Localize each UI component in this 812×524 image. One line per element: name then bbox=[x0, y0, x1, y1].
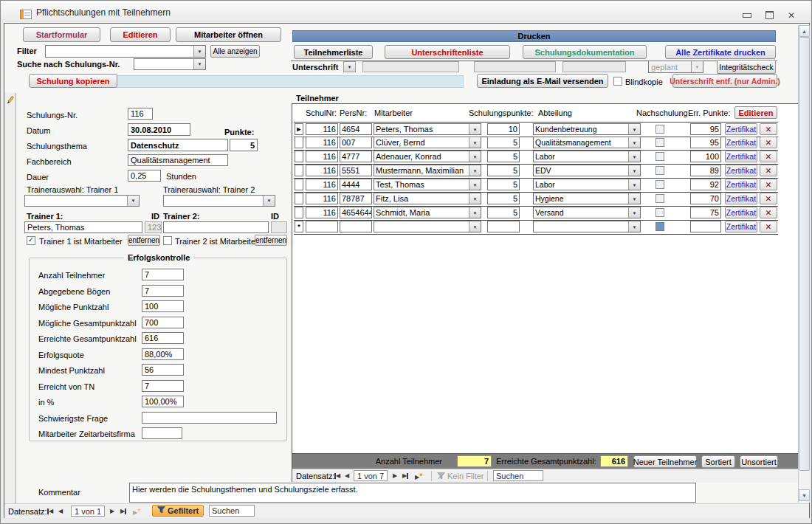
schulungspunkte-cell[interactable]: 5 bbox=[487, 179, 520, 190]
main-search-input[interactable]: Suchen bbox=[209, 505, 255, 517]
unterschrift-entf-button[interactable]: Unterschrift entf. (nur Admin.) bbox=[672, 74, 777, 88]
zertifikat-button[interactable]: Zertifikat bbox=[725, 207, 757, 218]
subform-search-input[interactable]: Suchen bbox=[493, 470, 543, 481]
ek-value-field[interactable]: 100,00% bbox=[142, 396, 184, 407]
err-punkte-cell[interactable]: 70 bbox=[690, 193, 721, 204]
delete-row-button[interactable]: ✕ bbox=[760, 207, 777, 218]
chevron-down-icon[interactable]: ▼ bbox=[469, 179, 481, 190]
prev-record-icon[interactable]: ◀ bbox=[345, 472, 349, 480]
abteilung-combo[interactable]: Versand▼ bbox=[533, 207, 641, 218]
last-record-icon[interactable]: ▶ bbox=[402, 472, 408, 480]
nachschulung-checkbox[interactable] bbox=[656, 208, 664, 217]
ek-value-field[interactable]: 7 bbox=[142, 285, 184, 297]
main-record-position[interactable]: 1 von 1 bbox=[71, 506, 105, 517]
ek-value-field[interactable]: 700 bbox=[142, 317, 184, 328]
next-record-icon[interactable]: ▶ bbox=[110, 508, 114, 515]
schulnr-cell[interactable]: 116 bbox=[306, 151, 338, 162]
mitarbeiter-combo[interactable]: Clüver, Bernd▼ bbox=[374, 137, 481, 148]
sortiert-button[interactable]: Sortiert bbox=[701, 455, 735, 468]
trainer1-mitarbeiter-checkbox[interactable] bbox=[27, 236, 35, 245]
err-punkte-cell[interactable] bbox=[690, 221, 721, 232]
row-selector[interactable]: * bbox=[295, 221, 303, 232]
chevron-down-icon[interactable]: ▼ bbox=[628, 193, 640, 204]
mitarbeiter-combo[interactable]: Test, Thomas▼ bbox=[374, 179, 481, 190]
trainer1-combo[interactable]: ▼ bbox=[24, 195, 140, 207]
schulnr-cell[interactable]: 116 bbox=[306, 137, 338, 148]
trainer2-name-field[interactable] bbox=[163, 221, 269, 233]
startformular-button[interactable]: Startformular bbox=[23, 27, 100, 42]
zertifikat-button[interactable]: Zertifikat bbox=[725, 123, 757, 135]
zertifikat-button[interactable]: Zertifikat bbox=[725, 193, 757, 204]
chevron-down-icon[interactable]: ▼ bbox=[469, 193, 481, 204]
nachschulung-checkbox[interactable] bbox=[656, 125, 664, 134]
persnr-cell[interactable]: 007 bbox=[340, 137, 372, 148]
nachschulung-checkbox[interactable] bbox=[656, 180, 664, 189]
schulungsdokumentation-button[interactable]: Schulungsdokumentation bbox=[523, 45, 647, 59]
delete-row-button[interactable]: ✕ bbox=[760, 165, 777, 176]
schulnr-cell[interactable]: 116 bbox=[306, 123, 338, 135]
nachschulung-checkbox[interactable] bbox=[656, 222, 664, 231]
chevron-down-icon[interactable]: ▼ bbox=[628, 207, 640, 218]
alle-anzeigen-button[interactable]: Alle anzeigen bbox=[210, 45, 260, 58]
first-record-icon[interactable]: ◀ bbox=[47, 508, 53, 515]
row-selector[interactable] bbox=[295, 179, 303, 190]
new-record-icon[interactable]: ▶* bbox=[133, 508, 140, 517]
delete-row-button[interactable]: ✕ bbox=[760, 151, 777, 162]
abteilung-combo[interactable]: Labor▼ bbox=[533, 179, 641, 190]
mitarbeiter-combo[interactable]: Fitz, Lisa▼ bbox=[374, 193, 481, 204]
trainer2-combo[interactable]: ▼ bbox=[163, 195, 275, 207]
row-selector[interactable] bbox=[295, 165, 303, 176]
schulungspunkte-cell[interactable]: 5 bbox=[487, 151, 520, 162]
delete-row-button[interactable]: ✕ bbox=[760, 221, 777, 232]
schulnr-cell[interactable] bbox=[306, 221, 338, 232]
mitarbeiter-combo[interactable]: ▼ bbox=[374, 221, 481, 232]
scroll-down-icon[interactable]: ▼ bbox=[799, 489, 810, 501]
dauer-field[interactable]: 0,25 bbox=[128, 170, 161, 182]
row-selector[interactable] bbox=[295, 207, 303, 218]
mitarbeiter-combo[interactable]: Adenauer, Konrad▼ bbox=[374, 151, 481, 162]
alle-zertifikate-button[interactable]: Alle Zertifikate drucken bbox=[665, 45, 776, 59]
chevron-down-icon[interactable]: ▼ bbox=[193, 58, 205, 70]
err-punkte-cell[interactable]: 92 bbox=[690, 179, 721, 190]
schulungsnr-field[interactable]: 116 bbox=[128, 108, 153, 120]
delete-row-button[interactable]: ✕ bbox=[760, 193, 777, 204]
ek-value-field[interactable]: 7 bbox=[142, 380, 184, 392]
einladung-email-button[interactable]: Einladung als E-Mail versenden bbox=[477, 74, 608, 88]
trainer2-entfernen-button[interactable]: entfernen bbox=[255, 235, 287, 246]
ek-value-field[interactable] bbox=[142, 412, 277, 424]
err-punkte-cell[interactable]: 100 bbox=[690, 151, 721, 162]
delete-row-button[interactable]: ✕ bbox=[760, 123, 777, 135]
trainer1-entfernen-button[interactable]: entfernen bbox=[128, 235, 160, 246]
zertifikat-button[interactable]: Zertifikat bbox=[725, 137, 757, 148]
chevron-down-icon[interactable]: ▼ bbox=[469, 207, 481, 218]
fachbereich-field[interactable]: Qualitätsmanagement bbox=[128, 154, 228, 166]
persnr-cell[interactable] bbox=[340, 221, 372, 232]
zertifikat-button[interactable]: Zertifikat bbox=[725, 151, 757, 162]
chevron-down-icon[interactable]: ▼ bbox=[127, 195, 139, 207]
chevron-down-icon[interactable]: ▼ bbox=[469, 151, 481, 162]
prev-record-icon[interactable]: ◀ bbox=[58, 508, 63, 515]
unterschrift-dropdown[interactable]: ▼ bbox=[343, 61, 356, 72]
zertifikat-button[interactable]: Zertifikat bbox=[725, 179, 757, 190]
chevron-down-icon[interactable]: ▼ bbox=[628, 151, 640, 162]
persnr-cell[interactable]: 4654 bbox=[340, 123, 372, 135]
ek-value-field[interactable]: 7 bbox=[142, 269, 184, 280]
chevron-down-icon[interactable]: ▼ bbox=[193, 45, 205, 58]
first-record-icon[interactable]: ◀ bbox=[334, 472, 340, 480]
schulungsthema-field[interactable]: Datenschutz bbox=[128, 139, 228, 151]
punkte-field[interactable]: 5 bbox=[230, 139, 258, 151]
chevron-down-icon[interactable]: ▼ bbox=[263, 195, 275, 207]
row-selector[interactable]: ► bbox=[295, 123, 303, 135]
vertical-scrollbar[interactable]: ▲ ▼ bbox=[798, 25, 810, 503]
zertifikat-button[interactable]: Zertifikat bbox=[725, 165, 757, 176]
abteilung-combo[interactable]: EDV▼ bbox=[533, 165, 641, 176]
persnr-cell[interactable]: 4444 bbox=[340, 179, 372, 190]
datum-field[interactable]: 30.08.2010 bbox=[128, 123, 190, 136]
schulnr-cell[interactable]: 116 bbox=[306, 165, 338, 176]
abteilung-combo[interactable]: Kundenbetreuung▼ bbox=[533, 123, 641, 135]
neuer-teilnehmer-button[interactable]: Neuer Teilnehmer bbox=[633, 455, 697, 468]
schulnr-cell[interactable]: 116 bbox=[306, 179, 338, 190]
chevron-down-icon[interactable]: ▼ bbox=[628, 179, 640, 190]
chevron-down-icon[interactable]: ▼ bbox=[469, 137, 481, 148]
mitarbeiter-oeffnen-button[interactable]: Mitarbeiter öffnen bbox=[176, 27, 281, 42]
